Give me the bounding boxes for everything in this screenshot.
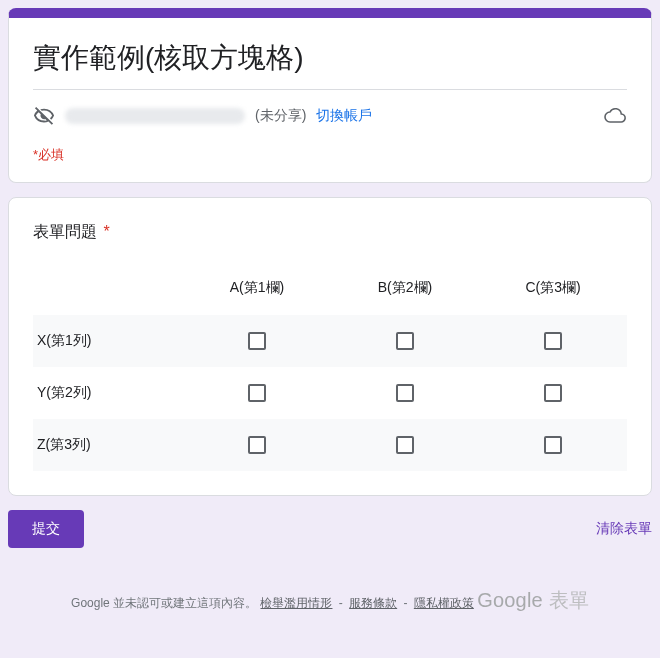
- grid-row: Y(第2列): [33, 367, 627, 419]
- google-logo-text: Google: [477, 582, 543, 618]
- switch-account-link[interactable]: 切換帳戶: [316, 107, 372, 125]
- account-email-blurred: [65, 108, 245, 124]
- unshared-label: (未分享): [255, 107, 306, 125]
- checkbox[interactable]: [396, 384, 414, 402]
- checkbox[interactable]: [248, 436, 266, 454]
- grid-row: Z(第3列): [33, 419, 627, 471]
- submit-button[interactable]: 提交: [8, 510, 84, 548]
- required-note: *必填: [33, 146, 627, 164]
- required-marker: *: [103, 223, 109, 240]
- question-card: 表單問題 * A(第1欄) B(第2欄) C(第3欄) X(第1列) Y(第2列…: [8, 197, 652, 496]
- visibility-off-icon: [33, 105, 55, 127]
- checkbox[interactable]: [396, 436, 414, 454]
- row-label: Z(第3列): [33, 436, 183, 454]
- question-title-text: 表單問題: [33, 223, 97, 240]
- footer: Google 並未認可或建立這項內容。 檢舉濫用情形 - 服務條款 - 隱私權政…: [8, 570, 652, 618]
- checkbox[interactable]: [544, 332, 562, 350]
- account-row: (未分享) 切換帳戶: [33, 89, 627, 128]
- cloud-icon: [603, 104, 627, 128]
- terms-link[interactable]: 服務條款: [349, 596, 397, 610]
- grid-header-row: A(第1欄) B(第2欄) C(第3欄): [33, 271, 627, 315]
- checkbox[interactable]: [396, 332, 414, 350]
- question-title: 表單問題 *: [33, 222, 627, 243]
- clear-form-link[interactable]: 清除表單: [596, 520, 652, 538]
- column-header: A(第1欄): [183, 279, 331, 297]
- privacy-link[interactable]: 隱私權政策: [414, 596, 474, 610]
- checkbox[interactable]: [544, 384, 562, 402]
- column-header: B(第2欄): [331, 279, 479, 297]
- google-forms-logo[interactable]: Google 表單: [477, 582, 589, 618]
- form-title: 實作範例(核取方塊格): [33, 40, 627, 75]
- report-abuse-link[interactable]: 檢舉濫用情形: [260, 596, 332, 610]
- checkbox-grid: A(第1欄) B(第2欄) C(第3欄) X(第1列) Y(第2列) Z(第3列…: [33, 271, 627, 471]
- checkbox[interactable]: [248, 384, 266, 402]
- row-label: Y(第2列): [33, 384, 183, 402]
- row-label: X(第1列): [33, 332, 183, 350]
- column-header: C(第3欄): [479, 279, 627, 297]
- actions-row: 提交 清除表單: [8, 510, 652, 548]
- checkbox[interactable]: [544, 436, 562, 454]
- forms-logo-text: 表單: [549, 582, 589, 618]
- grid-row: X(第1列): [33, 315, 627, 367]
- checkbox[interactable]: [248, 332, 266, 350]
- footer-disclaimer: Google 並未認可或建立這項內容。: [71, 596, 257, 610]
- form-header-card: 實作範例(核取方塊格) (未分享) 切換帳戶 *必填: [8, 8, 652, 183]
